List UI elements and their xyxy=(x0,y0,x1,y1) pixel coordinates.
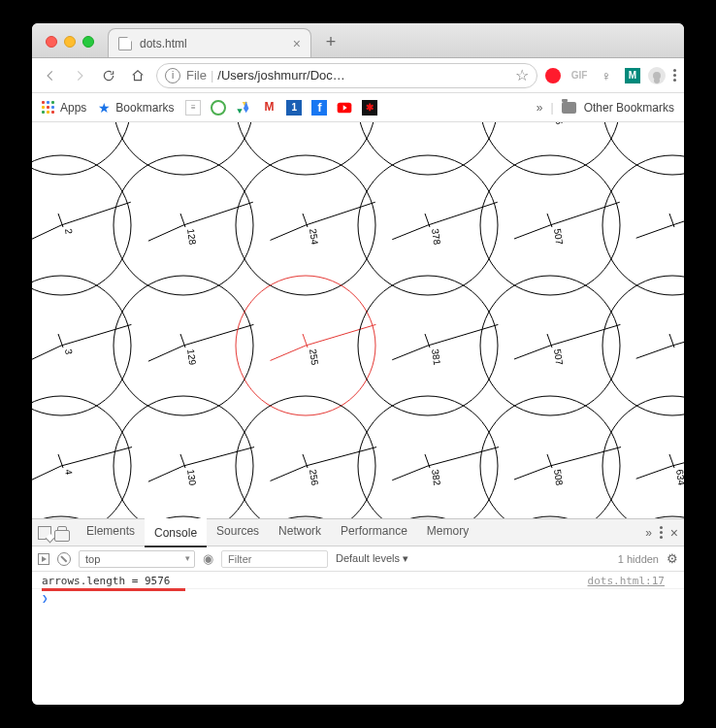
svg-point-60 xyxy=(32,276,131,415)
browser-tab-active[interactable]: dots.html × xyxy=(108,28,311,57)
svg-line-110 xyxy=(550,447,621,466)
reload-button[interactable] xyxy=(98,65,119,86)
svg-line-67 xyxy=(148,346,183,361)
svg-text:254: 254 xyxy=(308,228,320,246)
console-log-line[interactable]: arrows.length = 9576 dots.html:17 xyxy=(32,572,684,589)
favicon-1p[interactable]: 1 xyxy=(286,100,302,116)
extension-gif-icon[interactable]: GIF xyxy=(570,67,588,84)
console-output: arrows.length = 9576 dots.html:17 ❯ xyxy=(32,572,684,705)
svg-line-48 xyxy=(392,225,428,240)
page-icon xyxy=(118,37,132,50)
new-tab-button[interactable]: + xyxy=(317,28,344,55)
zoom-window-button[interactable] xyxy=(82,36,94,48)
browser-tabs: dots.html × + xyxy=(108,23,344,57)
svg-line-32 xyxy=(61,202,131,225)
extension-m-icon[interactable]: M xyxy=(625,68,640,83)
clear-console-button[interactable] xyxy=(57,552,71,566)
devtools-tabstrip: ElementsConsoleSourcesNetworkPerformance… xyxy=(32,519,684,546)
devtools-menu-button[interactable] xyxy=(660,526,663,539)
svg-point-1 xyxy=(32,122,131,175)
svg-line-76 xyxy=(428,324,498,346)
console-toolbar: top ◉ Default levels ▾ 1 hidden ⚙ xyxy=(32,546,684,572)
svg-line-101 xyxy=(271,466,306,480)
star-icon: ★ xyxy=(98,100,111,116)
live-expression-button[interactable]: ◉ xyxy=(203,551,213,566)
favicon-gmail[interactable]: M xyxy=(261,100,277,116)
dots-canvas: 0123506521282543785073129255381507413025… xyxy=(32,122,684,518)
devtools-tab-memory[interactable]: Memory xyxy=(417,518,478,547)
devtools-tab-network[interactable]: Network xyxy=(269,518,331,547)
hidden-count[interactable]: 1 hidden xyxy=(618,553,659,565)
bookmarks-folder[interactable]: ★ Bookmarks xyxy=(98,100,174,116)
svg-line-91 xyxy=(32,466,61,482)
svg-point-99 xyxy=(236,396,375,518)
forward-button[interactable] xyxy=(69,65,90,86)
devtools-tab-sources[interactable]: Sources xyxy=(207,518,269,547)
extension-bulb-icon[interactable]: ♀ xyxy=(598,67,615,84)
bookmarks-bar: Apps ★ Bookmarks ≡ M 1 f ✱ » | Other Boo… xyxy=(32,93,684,122)
log-levels-dropdown[interactable]: Default levels ▾ xyxy=(336,552,408,565)
svg-point-6 xyxy=(114,122,253,175)
bookmarks-overflow-button[interactable]: » xyxy=(537,101,543,115)
svg-point-11 xyxy=(236,122,375,175)
svg-line-53 xyxy=(514,225,550,239)
favicon-nw[interactable]: ✱ xyxy=(362,100,377,116)
favicon-1[interactable]: ≡ xyxy=(185,100,201,116)
console-sidebar-toggle[interactable] xyxy=(38,553,49,565)
svg-text:129: 129 xyxy=(185,348,198,366)
extension-opera-icon[interactable] xyxy=(545,68,561,83)
svg-line-57 xyxy=(672,202,684,225)
close-window-button[interactable] xyxy=(46,36,57,48)
svg-text:507: 507 xyxy=(552,348,565,366)
svg-line-115 xyxy=(672,447,684,466)
context-selector[interactable]: top xyxy=(79,550,195,568)
console-prompt[interactable]: ❯ xyxy=(32,589,684,608)
back-button[interactable] xyxy=(40,65,61,86)
svg-text:3: 3 xyxy=(63,348,75,355)
svg-text:506: 506 xyxy=(552,122,565,125)
devtools-panel: ElementsConsoleSourcesNetworkPerformance… xyxy=(32,518,684,705)
svg-line-66 xyxy=(183,324,253,346)
devtools-tab-performance[interactable]: Performance xyxy=(331,518,417,547)
favicon-fb[interactable]: f xyxy=(311,100,327,116)
profile-avatar[interactable] xyxy=(648,67,666,84)
device-toggle-button[interactable] xyxy=(57,526,67,540)
svg-text:130: 130 xyxy=(185,469,198,486)
apps-shortcut[interactable]: Apps xyxy=(42,101,86,115)
chrome-menu-button[interactable] xyxy=(673,69,676,82)
favicon-circle[interactable] xyxy=(211,100,226,116)
minimize-window-button[interactable] xyxy=(64,36,76,48)
page-content[interactable]: 0123506521282543785073129255381507413025… xyxy=(32,122,684,518)
address-bar[interactable]: i File | /Users/joshmurr/Doc… ☆ xyxy=(156,63,537,88)
svg-line-72 xyxy=(271,346,306,360)
favicon-yt[interactable] xyxy=(337,100,352,116)
browser-window: dots.html × + i File | /Users/joshmurr/D… xyxy=(32,23,684,705)
titlebar: dots.html × + xyxy=(32,23,684,58)
svg-point-123 xyxy=(114,516,253,518)
svg-text:255: 255 xyxy=(308,348,320,366)
console-settings-button[interactable]: ⚙ xyxy=(667,551,678,566)
svg-line-116 xyxy=(636,466,672,479)
console-filter-input[interactable] xyxy=(221,550,328,568)
svg-line-95 xyxy=(183,447,254,466)
devtools-overflow-button[interactable]: » xyxy=(645,526,652,540)
svg-line-52 xyxy=(550,202,620,225)
favicon-drive[interactable] xyxy=(236,100,251,116)
svg-line-62 xyxy=(32,346,61,362)
svg-line-105 xyxy=(428,447,499,466)
svg-text:4: 4 xyxy=(63,469,75,476)
log-message: arrows.length = 9576 xyxy=(42,575,170,587)
other-bookmarks[interactable]: Other Bookmarks xyxy=(584,101,674,115)
site-info-icon[interactable]: i xyxy=(165,68,180,83)
svg-point-139 xyxy=(602,516,684,518)
log-source-link[interactable]: dots.html:17 xyxy=(588,575,665,587)
devtools-tab-console[interactable]: Console xyxy=(145,518,207,547)
devtools-tab-elements[interactable]: Elements xyxy=(77,518,145,547)
svg-point-131 xyxy=(358,516,498,518)
close-tab-button[interactable]: × xyxy=(293,36,301,51)
home-button[interactable] xyxy=(127,65,148,86)
bookmark-star-icon[interactable]: ☆ xyxy=(515,66,529,84)
inspect-element-button[interactable] xyxy=(38,526,51,540)
svg-text:2: 2 xyxy=(63,228,75,235)
devtools-close-button[interactable]: × xyxy=(670,525,678,541)
